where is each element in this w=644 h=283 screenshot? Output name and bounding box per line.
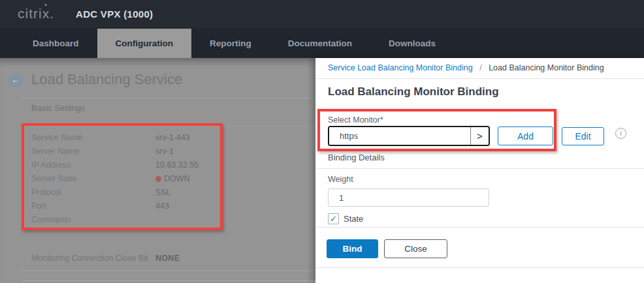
breadcrumb-link[interactable]: Service Load Balancing Monitor Binding	[328, 63, 473, 72]
next-card-top-border	[23, 280, 315, 281]
load-balancing-service-page: ← Load Balancing Service Basic Settings …	[0, 58, 315, 283]
field-value: NONE	[155, 254, 180, 263]
tab-configuration[interactable]: Configuration	[97, 29, 191, 58]
close-button[interactable]: Close	[384, 239, 447, 258]
logo-text: citri	[18, 6, 42, 21]
app-window: citrix. ADC VPX (1000) Dashboard Configu…	[0, 0, 644, 283]
logo-x-dotted: x	[42, 6, 50, 21]
field-label: Monitoring Connection Close Bit	[31, 254, 155, 263]
weight-label: Weight	[328, 175, 353, 184]
bottom-divider	[315, 267, 644, 268]
check-icon: ✓	[330, 214, 337, 224]
logo-period: .	[50, 6, 54, 21]
back-arrow-icon: ←	[11, 75, 20, 85]
top-bar: citrix. ADC VPX (1000)	[0, 0, 644, 29]
page-title: Load Balancing Service	[31, 71, 182, 88]
main-nav: Dashboard Configuration Reporting Docume…	[0, 29, 644, 58]
binding-details-section-title: Binding Details	[328, 153, 385, 162]
citrix-logo: citrix.	[18, 6, 54, 22]
highlight-box-select-monitor	[317, 109, 556, 151]
breadcrumb: Service Load Balancing Monitor Binding /…	[328, 63, 604, 72]
monitor-binding-panel: Service Load Balancing Monitor Binding /…	[315, 58, 644, 283]
divider	[315, 78, 644, 79]
bind-button[interactable]: Bind	[327, 239, 378, 258]
product-title: ADC VPX (1000)	[76, 8, 153, 20]
divider	[315, 168, 644, 169]
highlight-box-basic-settings	[22, 123, 223, 230]
state-checkbox[interactable]: ✓	[328, 213, 339, 224]
back-button[interactable]: ←	[8, 74, 22, 87]
panel-title: Load Balancing Monitor Binding	[328, 85, 499, 98]
breadcrumb-separator: /	[479, 63, 481, 72]
edit-button[interactable]: Edit	[562, 127, 604, 145]
tab-reporting[interactable]: Reporting	[191, 29, 270, 58]
tab-downloads[interactable]: Downloads	[370, 29, 454, 58]
info-icon[interactable]: i	[615, 128, 626, 139]
tab-documentation[interactable]: Documentation	[270, 29, 370, 58]
weight-input[interactable]	[328, 188, 489, 207]
state-row: ✓ State	[328, 213, 363, 224]
footer-divider	[315, 227, 644, 228]
tab-dashboard[interactable]: Dashboard	[14, 29, 97, 58]
state-label: State	[344, 214, 363, 224]
basic-settings-section-title: Basic Settings	[31, 103, 85, 113]
field-row-monitoring-connection-close-bit: Monitoring Connection Close Bit NONE	[31, 254, 180, 263]
breadcrumb-current: Load Balancing Monitor Binding	[489, 63, 604, 72]
card-top-border	[23, 98, 315, 98]
card-bottom-border	[23, 271, 315, 271]
